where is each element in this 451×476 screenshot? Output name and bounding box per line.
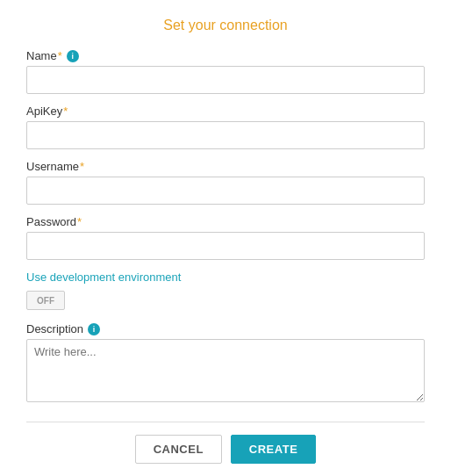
description-textarea[interactable] <box>26 339 425 402</box>
username-field-group: Username* <box>26 160 425 205</box>
toggle-off-label: OFF <box>37 296 54 306</box>
apikey-label: ApiKey* <box>26 105 425 118</box>
password-label: Password* <box>26 215 425 228</box>
create-button[interactable]: CREATE <box>231 435 316 464</box>
apikey-required-star: * <box>63 105 68 118</box>
modal-container: Set your connection Name* i ApiKey* User… <box>0 0 451 476</box>
description-label: Description i <box>26 322 425 335</box>
password-required-star: * <box>77 215 82 228</box>
username-label: Username* <box>26 160 425 173</box>
password-field-group: Password* <box>26 215 425 260</box>
name-required-star: * <box>58 49 62 62</box>
username-required-star: * <box>80 160 84 173</box>
apikey-input[interactable] <box>26 121 425 149</box>
name-info-icon[interactable]: i <box>67 50 79 62</box>
apikey-field-group: ApiKey* <box>26 105 425 149</box>
description-field-group: Description i <box>26 322 425 406</box>
dev-env-toggle[interactable]: OFF <box>26 291 65 310</box>
name-input[interactable] <box>26 66 425 94</box>
cancel-button[interactable]: CANCEL <box>135 435 222 464</box>
password-input[interactable] <box>26 232 425 260</box>
dev-env-label: Use development environment <box>26 270 425 284</box>
name-field-group: Name* i <box>26 49 425 94</box>
username-input[interactable] <box>26 177 425 205</box>
description-info-icon[interactable]: i <box>88 323 100 335</box>
name-label: Name* i <box>26 49 425 62</box>
footer: CANCEL CREATE <box>26 422 425 476</box>
toggle-container: OFF <box>26 291 425 310</box>
page-title: Set your connection <box>26 18 425 33</box>
